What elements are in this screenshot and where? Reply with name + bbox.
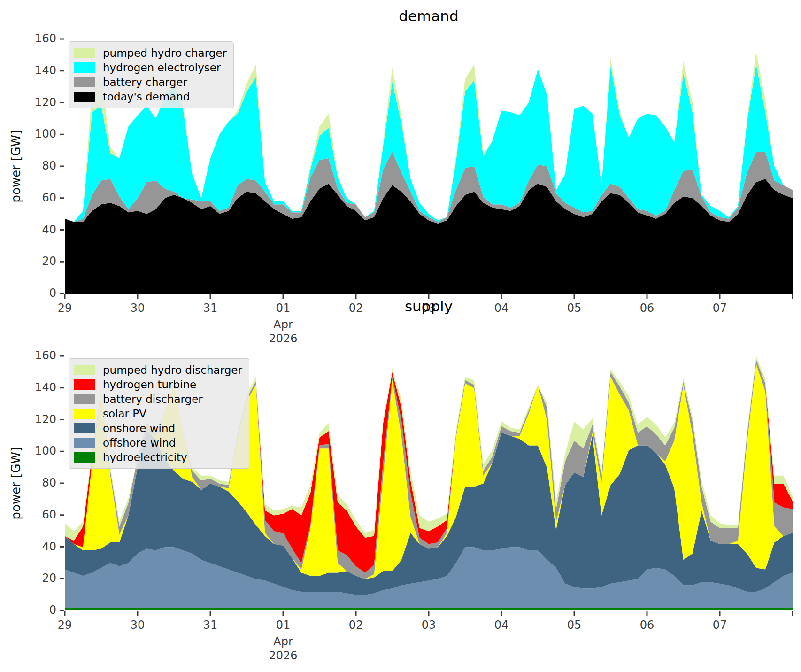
legend-swatch	[74, 423, 95, 433]
demand-chart-title: demand	[399, 8, 458, 24]
y-tick-label: 100	[35, 127, 56, 140]
legend-label: battery charger	[103, 76, 187, 88]
y-tick-label: 120	[35, 96, 56, 109]
legend-swatch	[74, 48, 95, 58]
x-tick-label: 05	[567, 618, 582, 632]
legend-swatch	[74, 365, 95, 375]
y-tick-label: 40	[42, 540, 56, 553]
demand-y-axis-label: power [GW]	[9, 130, 23, 203]
x-tick-label: 29	[58, 301, 72, 315]
legend-swatch	[74, 452, 95, 463]
legend-label: hydrogen electrolyser	[103, 62, 221, 74]
x-tick-label: 30	[131, 618, 145, 632]
x-tick-label: 01	[276, 301, 291, 315]
legend-label: battery discharger	[103, 393, 203, 405]
x-tick-label: 04	[494, 618, 509, 632]
legend-item-solar-pv: solar PV	[74, 406, 242, 421]
supply-chart-title: supply	[405, 298, 453, 315]
x-tick-label: 04	[494, 301, 509, 315]
x-tick-label: 01	[276, 618, 291, 632]
x-tick-label: 31	[203, 618, 218, 632]
x-tick-label: 02	[349, 618, 363, 632]
y-tick-label: 40	[42, 223, 56, 236]
legend-label: solar PV	[103, 408, 146, 420]
y-tick-label: 100	[35, 444, 56, 457]
x-tick-label: 30	[131, 301, 145, 315]
legend-label: hydrogen turbine	[103, 378, 196, 391]
y-tick-label: 60	[42, 191, 56, 204]
y-tick-label: 0	[49, 286, 56, 300]
legend-swatch	[74, 62, 95, 73]
x-month-label: Apr	[273, 318, 293, 331]
legend-item-onshore-wind: onshore wind	[74, 421, 242, 435]
legend-item-hydrogen-electrolyser: hydrogen electrolyser	[74, 60, 227, 75]
x-tick-label: 07	[713, 618, 727, 632]
y-tick-label: 80	[42, 476, 56, 489]
legend-label: onshore wind	[103, 422, 175, 434]
x-year-label: 2026	[269, 649, 297, 662]
legend-label: pumped hydro discharger	[103, 364, 242, 376]
x-month-label: Apr	[273, 635, 293, 648]
y-tick-label: 140	[35, 64, 56, 77]
legend-swatch	[74, 92, 95, 102]
x-tick-label: 03	[422, 618, 436, 632]
legend-label: offshore wind	[103, 437, 176, 449]
legend-swatch	[74, 379, 95, 390]
supply-y-axis-label: power [GW]	[9, 447, 23, 520]
legend-swatch	[74, 394, 95, 404]
x-tick-label: 06	[640, 301, 655, 315]
y-tick-label: 160	[35, 349, 56, 362]
x-tick-label: 05	[567, 301, 582, 315]
legend-label: pumped hydro charger	[103, 47, 227, 59]
y-tick-label: 20	[42, 255, 56, 268]
legend-item-battery-charger: battery charger	[74, 75, 227, 89]
x-tick-label: 07	[713, 301, 727, 315]
y-tick-label: 120	[35, 413, 56, 426]
legend-item-battery-discharger: battery discharger	[74, 392, 242, 406]
y-tick-label: 160	[35, 32, 56, 45]
x-tick-label: 06	[640, 618, 655, 632]
legend-item-today-s-demand: today's demand	[74, 89, 227, 104]
y-tick-label: 80	[42, 159, 56, 172]
legend-label: today's demand	[103, 91, 190, 103]
legend-item-hydrogen-turbine: hydrogen turbine	[74, 377, 242, 392]
x-tick-label: 29	[58, 618, 72, 632]
x-tick-label: 31	[203, 301, 218, 315]
demand-legend: pumped hydro chargerhydrogen electrolyse…	[69, 41, 234, 108]
y-tick-label: 0	[49, 603, 56, 617]
y-tick-label: 140	[35, 381, 56, 394]
y-tick-label: 60	[42, 508, 56, 521]
legend-item-offshore-wind: offshore wind	[74, 435, 242, 450]
x-tick-label: 02	[349, 301, 363, 315]
supply-legend: pumped hydro dischargerhydrogen turbineb…	[69, 358, 249, 469]
legend-item-pumped-hydro-charger: pumped hydro charger	[74, 46, 227, 60]
legend-item-pumped-hydro-discharger: pumped hydro discharger	[74, 363, 242, 377]
legend-swatch	[74, 409, 95, 419]
legend-swatch	[74, 438, 95, 448]
x-year-label: 2026	[269, 332, 297, 345]
legend-swatch	[74, 77, 95, 87]
legend-item-hydroelectricity: hydroelectricity	[74, 450, 242, 464]
y-tick-label: 20	[42, 572, 56, 585]
figure-canvas: 29303101020304050607Apr20260204060801001…	[0, 0, 801, 672]
area-hydroelectricity	[65, 608, 793, 610]
legend-label: hydroelectricity	[103, 451, 187, 463]
